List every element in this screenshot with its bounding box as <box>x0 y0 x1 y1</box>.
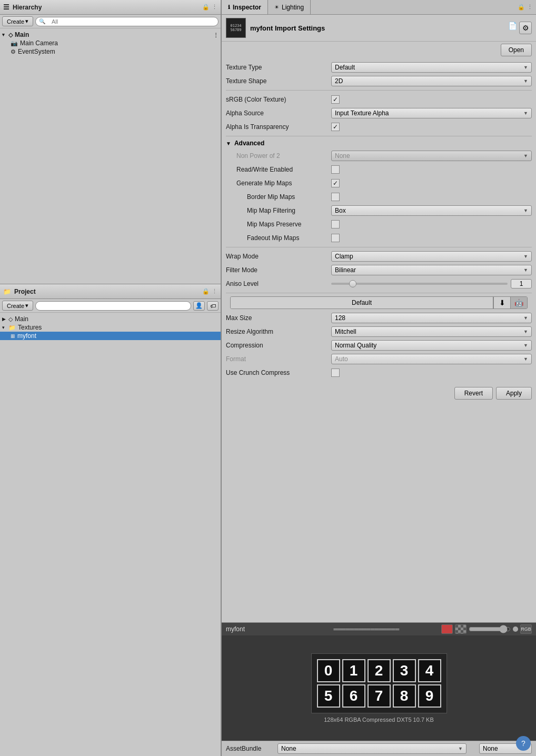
project-lock-icon[interactable]: 🔒 <box>202 288 210 295</box>
read-write-row: Read/Write Enabled <box>226 164 532 175</box>
mip-preserve-row: Mip Maps Preserve <box>226 218 532 230</box>
font-char-1: 1 <box>342 659 365 682</box>
alpha-transparency-checkbox[interactable] <box>331 123 340 131</box>
font-char-6: 6 <box>342 684 365 708</box>
mip-preserve-label: Mip Maps Preserve <box>226 221 331 228</box>
preview-checker-btn[interactable] <box>455 624 466 634</box>
project-title-area: 📁 Project <box>3 288 199 295</box>
preview-rgb-icon[interactable]: RGB <box>520 624 532 634</box>
texture-shape-value: 2D <box>335 77 343 85</box>
inspector-tab-icon: ℹ <box>228 4 230 10</box>
aniso-row: Aniso Level 1 <box>226 278 532 290</box>
alpha-source-arrow: ▼ <box>523 111 528 116</box>
hierarchy-search-input[interactable] <box>47 17 215 26</box>
hierarchy-event-system[interactable]: ⚙ EventSystem <box>0 47 221 56</box>
advanced-section[interactable]: ▼ Advanced <box>226 140 532 147</box>
mip-preserve-checkbox[interactable] <box>331 220 340 228</box>
non-power-arrow: ▼ <box>523 153 528 158</box>
format-dropdown[interactable]: Auto ▼ <box>331 354 532 364</box>
font-char-8: 8 <box>393 684 416 708</box>
project-textures-label: Textures <box>18 324 42 331</box>
main-camera-label: Main Camera <box>20 39 58 47</box>
project-myfont-item[interactable]: ▦ myfont <box>0 332 221 340</box>
aniso-slider-thumb[interactable] <box>349 280 356 287</box>
preview-toolbar: myfont ════════════════ RGB <box>222 623 536 635</box>
project-create-button[interactable]: Create ▾ <box>2 301 33 311</box>
create-label: Create <box>7 18 24 25</box>
wrap-mode-value: Clamp <box>335 253 353 260</box>
help-icon[interactable]: ? <box>516 736 531 751</box>
mip-filtering-arrow: ▼ <box>523 208 528 213</box>
tab-inspector[interactable]: ℹ Inspector <box>222 0 268 14</box>
srgb-checkbox[interactable] <box>331 95 340 104</box>
alpha-source-dropdown[interactable]: Input Texture Alpha ▼ <box>331 108 532 118</box>
read-write-checkbox[interactable] <box>331 165 340 174</box>
main-menu-icon[interactable]: ⋮ <box>213 32 219 38</box>
alpha-source-row: Alpha Source Input Texture Alpha ▼ <box>226 107 532 119</box>
hierarchy-lock-icon[interactable]: 🔒 <box>202 4 210 11</box>
resize-algo-dropdown[interactable]: Mitchell ▼ <box>331 326 532 337</box>
project-toolbar: Create ▾ 👤 🏷 <box>0 299 221 313</box>
crunch-row: Use Crunch Compress <box>226 367 532 379</box>
asset-settings-button[interactable]: ⚙ <box>519 22 532 34</box>
max-size-value: 128 <box>335 314 345 322</box>
project-main-item[interactable]: ▶ ◇ Main <box>0 315 221 323</box>
inspector-lock-icon[interactable]: 🔒 <box>518 4 525 11</box>
platform-download-icon[interactable]: ⬇ <box>493 297 510 309</box>
crunch-checkbox[interactable] <box>331 369 340 377</box>
revert-button[interactable]: Revert <box>454 387 493 400</box>
hierarchy-main-camera[interactable]: 📷 Main Camera <box>0 39 221 47</box>
mip-filtering-dropdown[interactable]: Box ▼ <box>331 205 532 216</box>
texture-shape-arrow: ▼ <box>523 78 528 84</box>
project-icon-btn-2[interactable]: 🏷 <box>207 301 219 311</box>
read-write-label: Read/Write Enabled <box>226 166 331 173</box>
apply-button[interactable]: Apply <box>496 387 532 400</box>
revert-label: Revert <box>464 390 483 397</box>
preview-brightness-slider[interactable] <box>469 625 511 633</box>
inspector-tab-label: Inspector <box>233 4 261 11</box>
compression-dropdown[interactable]: Normal Quality ▼ <box>331 340 532 351</box>
assetbundle-name-dropdown[interactable]: None ▼ <box>277 743 466 754</box>
project-search-input[interactable] <box>39 303 187 309</box>
hierarchy-menu-icon[interactable]: ⋮ <box>212 4 217 11</box>
event-system-label: EventSystem <box>18 48 55 55</box>
open-button[interactable]: Open <box>501 44 532 56</box>
max-size-dropdown[interactable]: 128 ▼ <box>331 313 532 323</box>
main-item-label[interactable]: Main <box>15 31 29 38</box>
hierarchy-create-button[interactable]: Create ▾ <box>2 16 33 26</box>
border-mip-checkbox[interactable] <box>331 193 340 201</box>
fadeout-mip-checkbox[interactable] <box>331 234 340 242</box>
project-textures-item[interactable]: ▾ 📁 Textures <box>0 323 221 332</box>
compression-value: Normal Quality <box>335 342 376 349</box>
project-icon-btn-1[interactable]: 👤 <box>193 301 205 311</box>
preview-color-btn[interactable] <box>441 624 453 634</box>
platform-android-icon[interactable]: 🤖 <box>510 297 527 309</box>
max-size-arrow: ▼ <box>523 315 528 321</box>
texture-shape-row: Texture Shape 2D ▼ <box>226 75 532 87</box>
project-menu-icon[interactable]: ⋮ <box>212 288 217 295</box>
texture-shape-dropdown[interactable]: 2D ▼ <box>331 76 532 86</box>
filter-mode-dropdown[interactable]: Bilinear ▼ <box>331 265 532 275</box>
asset-preview-icon: 0123456789 <box>226 18 246 38</box>
font-preview: 0 1 2 3 4 5 6 7 8 9 <box>311 653 447 713</box>
texture-type-dropdown[interactable]: Default ▼ <box>331 62 532 73</box>
wrap-mode-dropdown[interactable]: Clamp ▼ <box>331 251 532 262</box>
project-create-arrow: ▾ <box>25 302 28 309</box>
font-char-9: 9 <box>418 684 441 708</box>
assetbundle-variant-value: None <box>483 745 498 752</box>
fadeout-mip-label: Fadeout Mip Maps <box>226 234 331 242</box>
inspector-menu-icon[interactable]: ⋮ <box>527 4 533 11</box>
aniso-slider-track[interactable] <box>331 283 508 285</box>
font-row-1: 0 1 2 3 4 <box>317 659 441 682</box>
textures-folder-icon: 📁 <box>8 324 16 331</box>
format-label: Format <box>226 355 331 363</box>
platform-default-tab[interactable]: Default <box>231 297 493 309</box>
srgb-row: sRGB (Color Texture) <box>226 94 532 105</box>
asset-page-icon[interactable]: 📄 <box>508 22 517 34</box>
aniso-value[interactable]: 1 <box>511 279 532 289</box>
tab-lighting[interactable]: ☀ Lighting <box>268 0 311 14</box>
aniso-slider-row: 1 <box>331 279 532 289</box>
border-mip-label: Border Mip Maps <box>226 193 331 201</box>
non-power-dropdown[interactable]: None ▼ <box>331 151 532 161</box>
generate-mip-checkbox[interactable] <box>331 179 340 187</box>
